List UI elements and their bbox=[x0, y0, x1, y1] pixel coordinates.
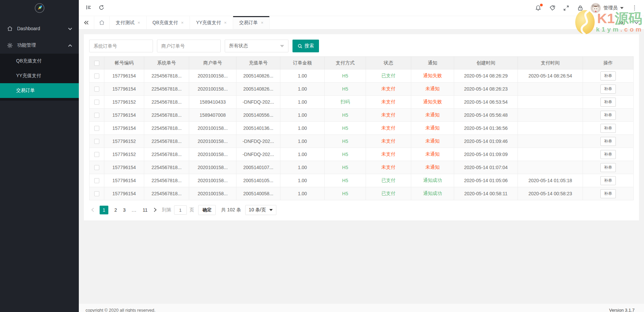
sidebar-item-dashboard[interactable]: Dashboard bbox=[0, 20, 79, 37]
scroll-tabs-left-button[interactable] bbox=[79, 16, 94, 29]
reissue-order-button[interactable]: 补单 bbox=[600, 150, 616, 159]
row-checkbox[interactable] bbox=[94, 139, 99, 144]
tag-button[interactable] bbox=[548, 4, 556, 12]
page-number-button[interactable]: 11 bbox=[143, 207, 148, 213]
column-header: 帐号编码 bbox=[104, 57, 144, 69]
notifications-button[interactable] bbox=[534, 4, 542, 12]
table-row: 1577961542254567818...2020100158...20051… bbox=[90, 174, 634, 187]
tag-icon bbox=[549, 5, 555, 11]
home-icon bbox=[99, 20, 105, 25]
collapse-sidebar-button[interactable] bbox=[82, 0, 95, 16]
row-checkbox[interactable] bbox=[94, 73, 99, 79]
reissue-order-button[interactable]: 补单 bbox=[600, 137, 616, 146]
tab-label: 交易订单 bbox=[239, 20, 258, 26]
tab-home[interactable] bbox=[94, 16, 110, 29]
close-icon[interactable]: × bbox=[181, 20, 184, 25]
reissue-order-button[interactable]: 补单 bbox=[600, 189, 616, 198]
next-page-button[interactable] bbox=[154, 207, 157, 213]
reissue-order-button[interactable]: 补单 bbox=[600, 176, 616, 185]
row-checkbox[interactable] bbox=[94, 152, 99, 157]
lock-screen-button[interactable] bbox=[577, 4, 584, 12]
account-code-cell: 157796154 bbox=[104, 161, 144, 174]
notify-cell: 未通知 bbox=[411, 83, 454, 96]
action-cell: 补单 bbox=[583, 83, 634, 96]
order-amount-cell: 1.00 bbox=[280, 69, 325, 83]
refresh-button[interactable] bbox=[95, 0, 108, 16]
close-icon[interactable]: × bbox=[224, 20, 227, 25]
reissue-order-button[interactable]: 补单 bbox=[600, 111, 616, 120]
prev-page-button[interactable] bbox=[91, 207, 94, 213]
created-time-cell: 2020-05-14 01:36:56 bbox=[454, 122, 518, 135]
column-header: 创建时间 bbox=[454, 57, 518, 69]
reissue-order-button[interactable]: 补单 bbox=[600, 71, 616, 81]
row-checkbox[interactable] bbox=[94, 165, 99, 170]
fullscreen-button[interactable] bbox=[562, 4, 570, 12]
tab[interactable]: QB充值支付× bbox=[147, 16, 190, 29]
notification-badge-dot bbox=[540, 4, 543, 6]
tab[interactable]: 支付测试× bbox=[110, 16, 147, 29]
page-number-button[interactable]: 1 bbox=[100, 206, 108, 214]
created-time-cell: 2020-05-14 06:53:54 bbox=[454, 96, 518, 109]
tab-options-button[interactable] bbox=[629, 16, 644, 29]
pay-method-cell: H5 bbox=[325, 135, 366, 148]
status-cell: 未支付 bbox=[366, 96, 411, 109]
table-header-row: 帐号编码系统单号商户单号充值单号订单金额支付方式状态通知创建时间支付时间操作 bbox=[90, 57, 634, 69]
row-checkbox[interactable] bbox=[94, 100, 99, 105]
reissue-order-button[interactable]: 补单 bbox=[600, 124, 616, 133]
close-icon[interactable]: × bbox=[261, 20, 264, 25]
reissue-order-button[interactable]: 补单 bbox=[600, 98, 616, 107]
recharge-order-cell: 2005140058... bbox=[236, 187, 280, 200]
pagination: 123...11 到第 页 确定 共 102 条 10 条/页 bbox=[89, 205, 634, 215]
scroll-tabs-right-button[interactable] bbox=[613, 16, 629, 29]
tab[interactable]: 交易订单× bbox=[233, 16, 270, 29]
system-order-cell: 2254567818... bbox=[144, 109, 189, 122]
search-button[interactable]: 搜索 bbox=[292, 40, 319, 52]
confirm-jump-button[interactable]: 确定 bbox=[198, 205, 216, 215]
notify-badge: 通知失败 bbox=[423, 99, 442, 104]
system-order-cell: 2254567818... bbox=[144, 69, 189, 83]
tab[interactable]: YY充值支付× bbox=[190, 16, 233, 29]
order-amount-cell: 1.00 bbox=[280, 148, 325, 161]
row-checkbox[interactable] bbox=[94, 87, 99, 92]
chevron-down-icon bbox=[68, 26, 72, 31]
select-all-checkbox[interactable] bbox=[94, 61, 99, 66]
recharge-order-cell: -DNFDQ-202... bbox=[236, 135, 280, 148]
sidebar-nav: Dashboard bbox=[0, 20, 79, 101]
order-amount-cell: 1.00 bbox=[280, 83, 325, 96]
lock-icon bbox=[577, 5, 583, 11]
sidebar-item-label: Dashboard bbox=[17, 26, 40, 31]
row-select-cell bbox=[90, 109, 104, 122]
system-order-cell: 2254567818... bbox=[144, 148, 189, 161]
merchant-order-input[interactable] bbox=[157, 40, 221, 52]
sidebar-subitem[interactable]: 交易订单 bbox=[0, 83, 79, 98]
more-options-button[interactable]: ⋮ bbox=[630, 4, 639, 11]
status-select[interactable]: 所有状态 bbox=[225, 40, 288, 52]
sidebar-subitem[interactable]: YY充值支付 bbox=[0, 68, 79, 83]
row-select-cell bbox=[90, 161, 104, 174]
admin-user-menu[interactable]: 管理员 bbox=[591, 3, 624, 13]
action-cell: 补单 bbox=[583, 96, 634, 109]
close-icon[interactable]: × bbox=[138, 20, 140, 25]
row-checkbox[interactable] bbox=[94, 113, 99, 118]
system-order-input[interactable] bbox=[89, 40, 153, 52]
sidebar-item-function-management[interactable]: 功能管理 bbox=[0, 37, 79, 54]
pay-method-value: H5 bbox=[342, 165, 348, 170]
page-size-select[interactable]: 10 条/页 bbox=[245, 205, 276, 215]
system-order-cell: 2254567818... bbox=[144, 174, 189, 187]
status-cell: 已支付 bbox=[366, 174, 411, 187]
page-number-button[interactable]: 3 bbox=[123, 207, 126, 213]
page-number-button[interactable]: 2 bbox=[114, 207, 117, 213]
row-checkbox[interactable] bbox=[94, 178, 99, 183]
pay-method-cell: 扫码 bbox=[325, 96, 366, 109]
account-code-cell: 157796154 bbox=[104, 109, 144, 122]
row-checkbox[interactable] bbox=[94, 191, 99, 196]
reissue-order-button[interactable]: 补单 bbox=[600, 85, 616, 94]
sidebar-subitem-label: YY充值支付 bbox=[16, 73, 41, 79]
row-checkbox[interactable] bbox=[94, 126, 99, 131]
system-order-cell: 2254567818... bbox=[144, 96, 189, 109]
reissue-order-button[interactable]: 补单 bbox=[600, 163, 616, 172]
sidebar-subitem[interactable]: QB充值支付 bbox=[0, 54, 79, 68]
created-time-cell: 2020-05-14 01:09:09 bbox=[454, 148, 518, 161]
jump-page-input[interactable] bbox=[174, 205, 187, 215]
table-row: 1577961542254567818...2020100158...20051… bbox=[90, 122, 634, 135]
